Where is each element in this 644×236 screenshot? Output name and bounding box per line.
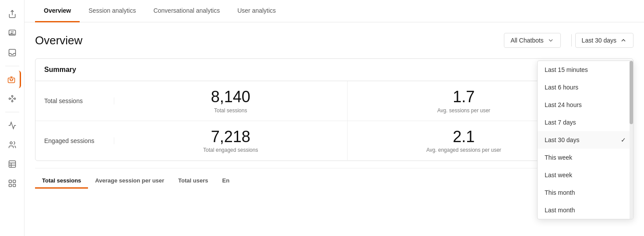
dropdown-item-24hours[interactable]: Last 24 hours — [538, 96, 633, 114]
sidebar-item-users[interactable] — [4, 136, 21, 154]
metric-label: Avg. sessions per user — [437, 107, 490, 114]
tab-user-analytics[interactable]: User analytics — [229, 0, 285, 22]
sidebar-item-grid[interactable] — [4, 175, 21, 192]
metric-value: 7,218 — [211, 128, 250, 146]
svg-rect-12 — [9, 161, 15, 168]
header-controls: All Chatbots Last 30 days — [504, 33, 633, 48]
scrollbar-track — [630, 61, 633, 219]
dropdown-item-label: Last 30 days — [545, 136, 579, 143]
dropdown-item-lastweek[interactable]: Last week — [538, 166, 633, 184]
dropdown-item-label: Last month — [545, 207, 575, 214]
chatbot-selector[interactable]: All Chatbots — [504, 33, 560, 48]
sidebar-item-flow[interactable] — [4, 90, 21, 107]
dropdown-item-6hours[interactable]: Last 6 hours — [538, 79, 633, 96]
svg-point-11 — [10, 142, 12, 144]
metric-value: 8,140 — [211, 88, 250, 106]
svg-rect-16 — [9, 180, 11, 183]
svg-point-6 — [12, 79, 13, 80]
dropdown-item-label: Last 24 hours — [545, 101, 582, 108]
bottom-tab-engaged[interactable]: En — [215, 174, 237, 189]
tab-session-analytics[interactable]: Session analytics — [80, 0, 144, 22]
tab-overview[interactable]: Overview — [35, 0, 80, 22]
dropdown-item-thisweek[interactable]: This week — [538, 149, 633, 166]
dropdown-item-label: Last 7 days — [545, 119, 576, 126]
svg-rect-4 — [8, 78, 15, 83]
page-header: Overview All Chatbots Last 30 days — [35, 33, 633, 48]
dropdown-item-label: This week — [545, 154, 572, 161]
sidebar — [0, 0, 25, 236]
sidebar-divider-1 — [5, 66, 19, 66]
chevron-down-icon — [547, 37, 554, 44]
scrollbar-thumb[interactable] — [630, 61, 633, 124]
metric-value: 1.7 — [453, 88, 475, 106]
header-divider — [571, 34, 572, 46]
tab-conversational-analytics[interactable]: Conversational analytics — [144, 0, 229, 22]
svg-rect-3 — [9, 50, 15, 56]
svg-rect-19 — [13, 184, 15, 187]
chevron-up-icon — [620, 37, 627, 44]
row-label-total-sessions: Total sessions — [35, 97, 114, 104]
dropdown-scroll[interactable]: Last 15 minutes Last 6 hours Last 24 hou… — [538, 61, 633, 219]
sidebar-item-share[interactable] — [4, 5, 21, 23]
metric-label: Total engaged sessions — [203, 147, 258, 153]
svg-point-8 — [11, 96, 13, 97]
dropdown-item-15min[interactable]: Last 15 minutes — [538, 61, 633, 79]
dropdown-item-30days[interactable]: Last 30 days ✓ — [538, 131, 633, 149]
svg-rect-17 — [13, 180, 15, 183]
metric-value: 2.1 — [453, 128, 475, 146]
sidebar-item-analytics[interactable] — [4, 117, 21, 134]
svg-rect-18 — [9, 184, 11, 187]
svg-point-10 — [11, 100, 13, 102]
checkmark-icon: ✓ — [621, 136, 626, 143]
metric-label: Avg. engaged sessions per user — [426, 147, 501, 153]
dropdown-item-7days[interactable]: Last 7 days — [538, 114, 633, 131]
main-tabs: Overview Session analytics Conversationa… — [25, 0, 644, 22]
svg-point-5 — [10, 79, 11, 80]
sidebar-item-chat[interactable] — [4, 25, 21, 42]
bottom-tab-total-sessions[interactable]: Total sessions — [35, 174, 88, 189]
sidebar-item-history[interactable] — [4, 155, 21, 173]
dropdown-item-lastmonth[interactable]: Last month — [538, 201, 633, 219]
date-dropdown-menu: Last 15 minutes Last 6 hours Last 24 hou… — [537, 61, 633, 219]
dropdown-item-label: Last week — [545, 172, 572, 179]
dropdown-item-label: Last 6 hours — [545, 84, 578, 91]
metric-total-engaged: 7,218 Total engaged sessions — [114, 121, 348, 161]
bottom-tab-avg-session[interactable]: Average session per user — [88, 174, 171, 189]
sidebar-item-inbox[interactable] — [4, 44, 21, 61]
date-selector-label: Last 30 days — [582, 37, 616, 44]
page-title: Overview — [35, 34, 82, 47]
date-selector[interactable]: Last 30 days — [575, 33, 633, 48]
dropdown-item-thismonth[interactable]: This month — [538, 184, 633, 201]
svg-point-9 — [14, 98, 15, 99]
dropdown-item-label: Last 15 minutes — [545, 66, 588, 73]
bottom-tab-total-users[interactable]: Total users — [171, 174, 215, 189]
chatbot-selector-label: All Chatbots — [510, 37, 543, 44]
row-label-engaged-sessions: Engaged sessions — [35, 137, 114, 144]
metric-label: Total sessions — [214, 107, 247, 114]
main-content: Overview Session analytics Conversationa… — [25, 0, 644, 236]
dropdown-item-label: This month — [545, 189, 575, 196]
sidebar-divider-2 — [5, 112, 19, 112]
metric-total-sessions: 8,140 Total sessions — [114, 81, 348, 121]
svg-point-7 — [9, 98, 10, 99]
sidebar-item-bot[interactable] — [4, 71, 21, 88]
